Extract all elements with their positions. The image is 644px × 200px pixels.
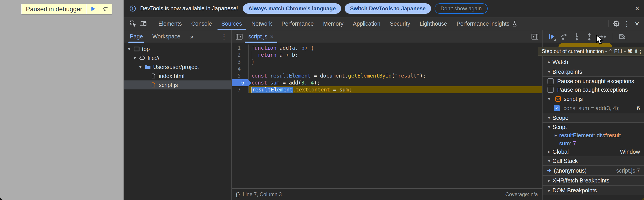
- code-line-7[interactable]: 7resultElement.textContent = sum;: [232, 86, 542, 93]
- editor-tab-script-js[interactable]: script.js ×: [244, 30, 278, 43]
- code-line-content: const resultElement = document.getElemen…: [249, 72, 542, 79]
- main-tabs: ElementsConsoleSourcesNetworkPerformance…: [154, 17, 523, 30]
- inspect-element-button[interactable]: [128, 18, 138, 29]
- scope-variable-resultelement[interactable]: ▸resultElement: div#result: [542, 131, 644, 139]
- variable-expander-icon[interactable]: ▸: [552, 133, 559, 138]
- section-title: DOM Breakpoints: [552, 187, 597, 194]
- resume-script-button[interactable]: [86, 4, 99, 14]
- devtools-close-icon[interactable]: ×: [632, 18, 642, 29]
- editor-tab-close-icon[interactable]: ×: [270, 33, 274, 40]
- checkbox-icon[interactable]: [548, 87, 554, 93]
- tab-performance[interactable]: Performance: [277, 17, 318, 30]
- tab-lighthouse[interactable]: Lighthouse: [415, 17, 452, 30]
- tab-label: Performance insights: [457, 20, 510, 27]
- flask-icon: [512, 20, 518, 27]
- section-xhr-fetch-breakpoints[interactable]: ▸XHR/fetch Breakpoints: [542, 175, 644, 185]
- navigator-kebab-icon[interactable]: ⋮: [221, 32, 228, 40]
- scope-category-global[interactable]: ▸GlobalWindow: [542, 147, 644, 156]
- expander-icon[interactable]: ▾: [138, 64, 143, 70]
- tab-elements[interactable]: Elements: [154, 17, 186, 30]
- breakpoint-entry[interactable]: ✓const sum = add(3, 4);6: [542, 103, 644, 113]
- always-match-language-button[interactable]: Always match Chrome's language: [243, 3, 341, 14]
- tree-item-top[interactable]: ▾top: [124, 44, 231, 53]
- code-line-2[interactable]: 2 return a + b;: [232, 51, 542, 58]
- section-scope[interactable]: ▾Scope: [542, 113, 644, 123]
- tab-label: Elements: [158, 20, 182, 27]
- step-out-tooltip: Step out of current function - ⇧ F11 - ⌘…: [538, 47, 644, 56]
- step-over-next-button[interactable]: [99, 4, 112, 14]
- step-over-button[interactable]: [559, 32, 569, 41]
- mouse-cursor: [596, 35, 605, 47]
- tab-performance-insights[interactable]: Performance insights: [452, 17, 523, 30]
- tab-security[interactable]: Security: [385, 17, 415, 30]
- more-options-kebab-icon[interactable]: ⋮: [622, 18, 632, 29]
- call-frame-anonymous[interactable]: (anonymous)script.js:7: [542, 166, 644, 175]
- tree-item-label: index.html: [159, 73, 184, 79]
- gutter-line-1[interactable]: 1: [232, 44, 249, 51]
- scope-variable-sum[interactable]: sum: 7: [542, 139, 644, 147]
- code-line-4[interactable]: 4: [232, 65, 542, 72]
- code-token: sum: [270, 80, 280, 86]
- code-line-3[interactable]: 3}: [232, 58, 542, 65]
- navigator-tab-workspace[interactable]: Workspace: [152, 30, 180, 43]
- more-tabs-chevron-icon[interactable]: »: [190, 33, 194, 40]
- code-editor[interactable]: 1function add(a, b) {2 return a + b;3}45…: [232, 43, 542, 188]
- checkbox-pause-on-uncaught-exceptions[interactable]: Pause on uncaught exceptions: [542, 77, 644, 85]
- paused-in-debugger-banner: Paused in debugger: [21, 4, 112, 14]
- tab-network[interactable]: Network: [247, 17, 277, 30]
- code-line-1[interactable]: 1function add(a, b) {: [232, 44, 542, 51]
- resume-button[interactable]: [546, 32, 556, 41]
- tab-sources[interactable]: Sources: [216, 17, 247, 30]
- tree-item-index-html[interactable]: index.html: [124, 71, 231, 80]
- switch-to-japanese-button[interactable]: Switch DevTools to Japanese: [344, 3, 431, 14]
- cursor-position-label: Line 7, Column 3: [243, 192, 282, 198]
- collapse-navigator-icon[interactable]: [234, 31, 244, 42]
- gutter-line-6[interactable]: 6: [232, 79, 249, 86]
- tree-item-file[interactable]: ▾file://: [124, 53, 231, 62]
- section-breakpoints[interactable]: ▾Breakpoints: [542, 67, 644, 77]
- device-toolbar-button[interactable]: [138, 18, 149, 29]
- code-line-5[interactable]: 5const resultElement = document.getEleme…: [232, 72, 542, 79]
- settings-gear-icon[interactable]: [611, 18, 622, 29]
- navigator-tab-page[interactable]: Page: [130, 30, 143, 43]
- breakpoint-marker[interactable]: 6: [232, 79, 252, 86]
- section-watch[interactable]: ▸Watch: [542, 57, 644, 67]
- checkbox-pause-on-caught-exceptions[interactable]: Pause on caught exceptions: [542, 85, 644, 94]
- expander-icon[interactable]: ▾: [126, 46, 132, 52]
- tab-label: Application: [353, 20, 380, 27]
- variable-value: 7: [573, 140, 576, 147]
- tab-memory[interactable]: Memory: [318, 17, 348, 30]
- code-token: "result": [395, 73, 420, 79]
- code-token: ,: [304, 80, 311, 86]
- gutter-line-4[interactable]: 4: [232, 65, 249, 72]
- expander-icon[interactable]: ▾: [132, 55, 138, 61]
- step-into-button[interactable]: [572, 32, 582, 41]
- deactivate-breakpoints-button[interactable]: [617, 32, 627, 41]
- tab-console[interactable]: Console: [186, 17, 216, 30]
- code-token: .: [293, 87, 296, 93]
- gutter-line-2[interactable]: 2: [232, 51, 249, 58]
- scope-category-script[interactable]: ▾Script: [542, 123, 644, 131]
- dont-show-again-button[interactable]: Don't show again: [434, 3, 488, 14]
- breakpoint-checkbox[interactable]: ✓: [554, 105, 560, 111]
- tab-application[interactable]: Application: [348, 17, 385, 30]
- breakpoint-group-script-js[interactable]: ▾script.js: [542, 94, 644, 103]
- checkbox-icon[interactable]: [548, 78, 554, 84]
- info-icon: [129, 3, 136, 14]
- pretty-print-button[interactable]: { }: [236, 191, 240, 198]
- tree-item-users-user-project[interactable]: ▾Users/user/project: [124, 62, 231, 71]
- collapse-debugger-sidebar-icon[interactable]: [530, 31, 540, 42]
- infobar-close-icon[interactable]: ×: [635, 4, 640, 12]
- step-out-button[interactable]: [584, 32, 594, 41]
- gutter-line-5[interactable]: 5: [232, 72, 249, 79]
- code-token: 4: [311, 80, 314, 86]
- code-line-6[interactable]: 6const sum = add(3, 4);: [232, 79, 542, 86]
- tree-item-script-js[interactable]: script.js: [124, 80, 231, 89]
- section-call-stack[interactable]: ▾Call Stack: [542, 156, 644, 166]
- code-line-content: }: [249, 58, 542, 65]
- gutter-line-7[interactable]: 7: [232, 86, 249, 93]
- section-dom-breakpoints[interactable]: ▸DOM Breakpoints: [542, 185, 644, 195]
- page-background: Paused in debugger: [0, 0, 123, 200]
- gutter-line-3[interactable]: 3: [232, 58, 249, 65]
- tree-item-label: script.js: [159, 82, 178, 88]
